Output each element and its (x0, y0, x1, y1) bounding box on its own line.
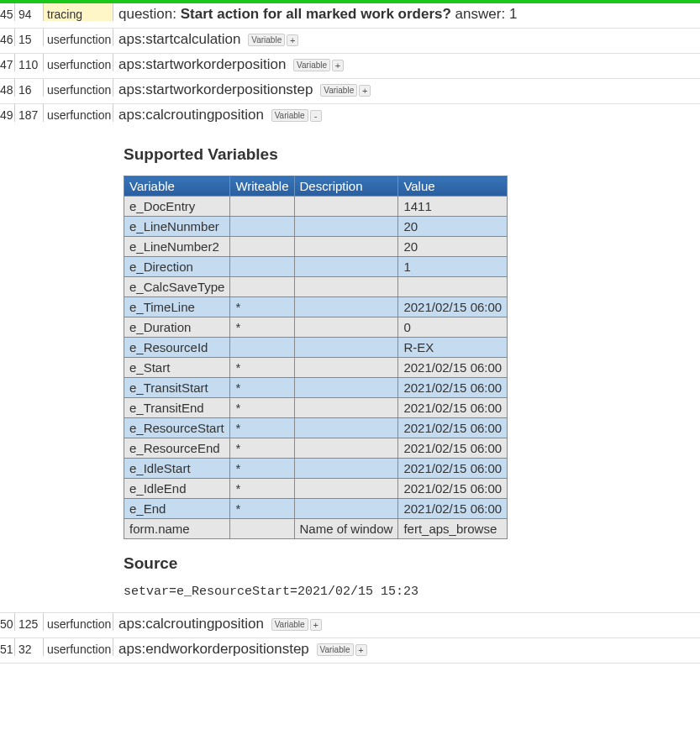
fn-name: aps:startworkorderposition (118, 56, 286, 72)
var-value: 2021/02/15 06:00 (398, 398, 508, 418)
log-row: 50125userfunctionaps:calcroutingposition… (0, 613, 700, 638)
var-desc (294, 277, 398, 297)
var-writeable: * (230, 358, 294, 378)
toggle-button[interactable]: + (332, 60, 344, 71)
var-writeable: * (230, 297, 294, 317)
row-index: 50 (0, 613, 15, 631)
var-name: e_IdleEnd (124, 479, 230, 499)
row-index: 51 (0, 638, 15, 656)
fn-name: aps:calcroutingposition (118, 616, 264, 632)
var-writeable (230, 217, 294, 237)
var-name: e_Duration (124, 317, 230, 338)
var-desc (294, 297, 398, 317)
var-desc (294, 237, 398, 257)
row-number: 125 (15, 613, 44, 631)
var-writeable (230, 257, 294, 277)
variable-badge[interactable]: Variable (293, 59, 330, 71)
row-content: question: Start action for all marked wo… (113, 3, 700, 28)
var-desc (294, 418, 398, 438)
var-desc (294, 378, 398, 398)
table-row: e_IdleStart*2021/02/15 06:00 (124, 459, 508, 479)
source-code: setvar=e_ResourceStart=2021/02/15 15:23 (124, 585, 690, 599)
table-row: e_ResourceStart*2021/02/15 06:00 (124, 418, 508, 438)
var-desc (294, 197, 398, 217)
row-content: aps:calcroutingposition Variable-Support… (113, 104, 700, 612)
row-type: userfunction (44, 638, 113, 656)
var-desc (294, 338, 398, 358)
table-row: e_DocEntry1411 (124, 197, 508, 217)
var-desc (294, 217, 398, 237)
var-value: 2021/02/15 06:00 (398, 438, 508, 459)
row-type: userfunction (44, 613, 113, 631)
row-number: 187 (15, 104, 44, 122)
fn-name: aps:endworkorderpositionstep (118, 641, 309, 657)
table-row: e_CalcSaveType (124, 277, 508, 297)
var-value: R-EX (398, 338, 508, 358)
variable-badge[interactable]: Variable (271, 109, 308, 122)
expanded-panel: Supported VariablesVariableWriteableDesc… (118, 123, 695, 607)
var-desc (294, 459, 398, 479)
var-writeable (230, 277, 294, 297)
var-writeable: * (230, 378, 294, 398)
log-row: 4615userfunctionaps:startcalculation Var… (0, 29, 700, 54)
log-row: 47110userfunctionaps:startworkorderposit… (0, 54, 700, 79)
log-row: 4594tracingquestion: Start action for al… (0, 3, 700, 29)
var-value: 20 (398, 237, 508, 257)
question-prefix: question: (118, 6, 181, 22)
row-type: userfunction (44, 29, 113, 46)
variable-badge[interactable]: Variable (320, 84, 357, 97)
row-content: aps:calcroutingposition Variable+ (113, 613, 700, 637)
var-value (398, 277, 508, 297)
var-writeable (230, 519, 294, 539)
variable-badge[interactable]: Variable (271, 618, 308, 631)
var-writeable (230, 338, 294, 358)
var-name: e_ResourceStart (124, 418, 230, 438)
table-row: e_LineNumber220 (124, 237, 508, 257)
var-desc (294, 398, 398, 418)
var-writeable: * (230, 438, 294, 459)
row-type: userfunction (44, 54, 113, 71)
row-type: userfunction (44, 104, 113, 122)
row-index: 49 (0, 104, 15, 122)
col-header: Variable (124, 176, 230, 197)
var-writeable (230, 197, 294, 217)
fn-name: aps:startworkorderpositionstep (118, 81, 313, 97)
var-name: form.name (124, 519, 230, 539)
variable-badge[interactable]: Variable (317, 643, 354, 656)
var-desc (294, 317, 398, 338)
var-value: 2021/02/15 06:00 (398, 378, 508, 398)
toggle-button[interactable]: + (287, 34, 298, 46)
toggle-button[interactable]: - (310, 110, 322, 122)
table-row: e_TransitEnd*2021/02/15 06:00 (124, 398, 508, 418)
row-index: 48 (0, 79, 15, 97)
var-name: e_LineNunmber (124, 217, 230, 237)
var-name: e_ResourceEnd (124, 438, 230, 459)
row-number: 32 (15, 638, 44, 656)
row-index: 45 (0, 3, 15, 21)
col-header: Value (398, 176, 508, 197)
toggle-button[interactable]: + (359, 85, 371, 97)
var-writeable: * (230, 499, 294, 519)
var-value: 1 (398, 257, 508, 277)
table-row: e_Duration*0 (124, 317, 508, 338)
answer-text: 1 (509, 6, 517, 22)
var-name: e_CalcSaveType (124, 277, 230, 297)
row-index: 47 (0, 54, 15, 71)
log-row: 49187userfunctionaps:calcroutingposition… (0, 104, 700, 613)
var-name: e_DocEntry (124, 197, 230, 217)
variable-badge[interactable]: Variable (248, 34, 285, 46)
var-desc (294, 438, 398, 459)
table-row: e_Start*2021/02/15 06:00 (124, 358, 508, 378)
var-desc (294, 257, 398, 277)
var-writeable: * (230, 479, 294, 499)
toggle-button[interactable]: + (310, 619, 322, 631)
toggle-button[interactable]: + (355, 644, 367, 656)
var-name: e_ResourceId (124, 338, 230, 358)
var-writeable: * (230, 317, 294, 338)
var-value: 20 (398, 217, 508, 237)
row-number: 94 (15, 3, 44, 21)
var-value: 2021/02/15 06:00 (398, 459, 508, 479)
log-row: 5132userfunctionaps:endworkorderposition… (0, 638, 700, 664)
var-value: 1411 (398, 197, 508, 217)
var-desc (294, 479, 398, 499)
